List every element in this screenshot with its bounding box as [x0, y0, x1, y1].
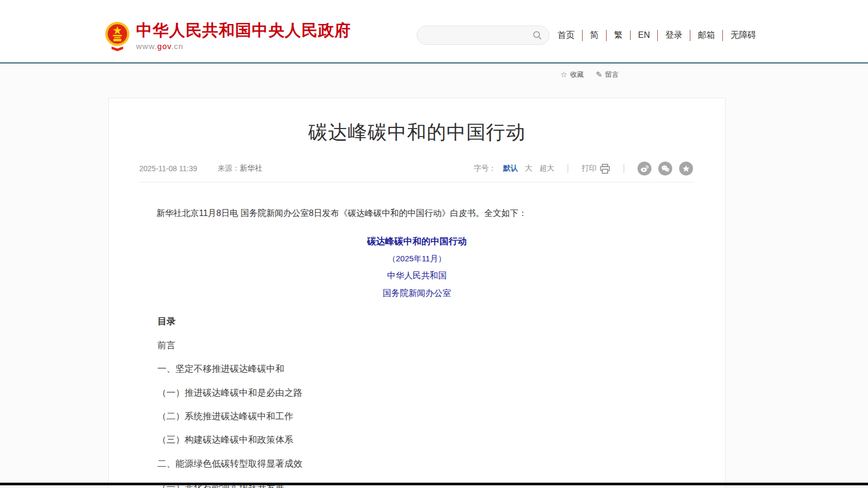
site-url-prefix: www. — [136, 42, 157, 51]
source-name: 新华社 — [240, 164, 262, 172]
nav-item[interactable]: 简 — [582, 30, 599, 41]
star-icon: ☆ — [560, 70, 567, 79]
share-weibo-button[interactable] — [638, 162, 651, 175]
share-wechat-button[interactable] — [658, 162, 672, 175]
page-tools: ☆ 收藏 ✎ 留言 — [560, 70, 619, 79]
favorite-button[interactable]: ☆ 收藏 — [560, 70, 584, 79]
article-title: 碳达峰碳中和的中国行动 — [109, 119, 725, 146]
bottom-edge-bar — [0, 483, 868, 485]
article-body: 新华社北京11月8日电 国务院新闻办公室8日发布《碳达峰碳中和的中国行动》白皮书… — [109, 182, 725, 488]
site-url-suffix: .cn — [171, 42, 184, 51]
document-title: 碳达峰碳中和的中国行动 — [139, 235, 695, 247]
toc-heading: 目录 — [139, 315, 695, 327]
fontsize-default-button[interactable]: 默认 — [503, 164, 518, 173]
fontsize-label: 字号： — [474, 164, 496, 173]
fontsize-large-button[interactable]: 大 — [525, 164, 532, 173]
site-logo-group[interactable]: 中华人民共和国中央人民政府 www.gov.cn — [104, 21, 351, 52]
site-url: www.gov.cn — [136, 42, 351, 51]
share-qzone-button[interactable] — [679, 162, 693, 175]
document-date: （2025年11月） — [139, 254, 695, 264]
site-title: 中华人民共和国中央人民政府 — [136, 21, 351, 40]
toc-item: 二、能源绿色低碳转型取得显著成效 — [139, 459, 695, 469]
article-source: 来源：新华社 — [217, 164, 262, 173]
toc-item: 前言 — [139, 340, 695, 351]
nav-item[interactable]: EN — [630, 30, 650, 40]
search-input[interactable] — [424, 31, 532, 39]
divider — [568, 164, 568, 173]
site-header: 中华人民共和国中央人民政府 www.gov.cn 首页 简 繁 EN 登录 邮箱… — [0, 0, 868, 63]
top-nav: 首页 简 繁 EN 登录 邮箱 无障碍 — [558, 26, 756, 45]
nav-item[interactable]: 繁 — [606, 30, 623, 41]
national-emblem-icon — [104, 21, 131, 52]
pencil-icon: ✎ — [595, 70, 602, 79]
nav-item[interactable]: 无障碍 — [722, 30, 756, 41]
document-heading: 碳达峰碳中和的中国行动 （2025年11月） 中华人民共和国 国务院新闻办公室 — [139, 235, 695, 299]
nav-item[interactable]: 首页 — [558, 30, 575, 41]
print-button[interactable]: 打印 — [582, 164, 610, 174]
print-label: 打印 — [582, 164, 596, 173]
printer-icon — [600, 164, 610, 174]
nav-item[interactable]: 邮箱 — [690, 30, 715, 41]
message-button[interactable]: ✎ 留言 — [595, 70, 619, 79]
site-url-domain: gov — [157, 42, 171, 51]
toc-item: （三）构建碳达峰碳中和政策体系 — [139, 435, 695, 445]
toc-item: （一）推进碳达峰碳中和是必由之路 — [139, 388, 695, 398]
fontsize-xlarge-button[interactable]: 超大 — [539, 164, 554, 173]
toc-list: 前言 一、坚定不移推进碳达峰碳中和 （一）推进碳达峰碳中和是必由之路 （二）系统… — [139, 340, 695, 488]
document-issuer-line1: 中华人民共和国 — [139, 270, 695, 282]
meta-left: 2025-11-08 11:39 来源：新华社 — [139, 164, 262, 173]
nav-item[interactable]: 登录 — [657, 30, 682, 41]
source-label: 来源： — [217, 164, 240, 172]
article-date: 2025-11-08 11:39 — [139, 164, 197, 173]
search-icon[interactable] — [532, 30, 543, 41]
toc-item: （二）系统推进碳达峰碳中和工作 — [139, 411, 695, 422]
lead-paragraph: 新华社北京11月8日电 国务院新闻办公室8日发布《碳达峰碳中和的中国行动》白皮书… — [139, 206, 695, 221]
message-label: 留言 — [605, 70, 619, 79]
article-card: 碳达峰碳中和的中国行动 2025-11-08 11:39 来源：新华社 字号： … — [108, 98, 726, 488]
meta-right: 字号： 默认 大 超大 打印 — [474, 162, 693, 175]
document-issuer-line2: 国务院新闻办公室 — [139, 288, 695, 299]
divider — [624, 164, 624, 173]
search-box[interactable] — [417, 26, 550, 45]
star-share-icon — [681, 164, 691, 173]
toc-item: 一、坚定不移推进碳达峰碳中和 — [139, 364, 695, 374]
favorite-label: 收藏 — [570, 70, 584, 79]
weibo-icon — [640, 164, 649, 173]
wechat-icon — [660, 164, 670, 173]
article-meta-row: 2025-11-08 11:39 来源：新华社 字号： 默认 大 超大 打印 — [139, 162, 693, 175]
